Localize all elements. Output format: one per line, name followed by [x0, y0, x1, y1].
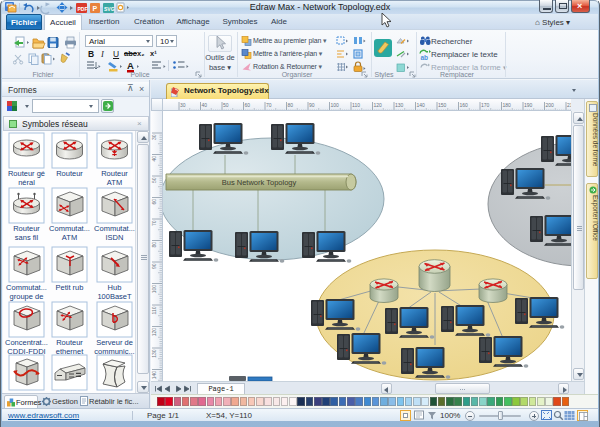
svg-text:Routeur gé: Routeur gé: [8, 169, 45, 178]
svg-text:50: 50: [151, 177, 157, 183]
svg-text:150: 150: [438, 102, 447, 108]
svg-text:210: 210: [567, 102, 571, 108]
svg-text:Serveur de: Serveur de: [96, 338, 133, 347]
svg-text:120: 120: [151, 328, 157, 337]
svg-text:100: 100: [151, 285, 157, 294]
svg-text:170: 170: [481, 102, 490, 108]
svg-text:ATM: ATM: [62, 233, 77, 242]
svg-text:60: 60: [151, 199, 157, 205]
svg-text:sans fil: sans fil: [15, 233, 39, 242]
svg-text:Routeur: Routeur: [101, 169, 128, 178]
svg-text:Bus Network Topology: Bus Network Topology: [222, 178, 297, 187]
svg-text:200: 200: [546, 102, 555, 108]
svg-text:40: 40: [202, 102, 208, 108]
svg-text:A: A: [127, 60, 134, 71]
svg-text:ISDN: ISDN: [106, 233, 124, 242]
svg-text:30: 30: [151, 134, 157, 140]
svg-text:P: P: [93, 5, 98, 12]
svg-text:120: 120: [374, 102, 383, 108]
svg-text:190: 190: [524, 102, 533, 108]
svg-text:Routeur: Routeur: [13, 224, 40, 233]
svg-text:PDF: PDF: [78, 6, 88, 12]
svg-text:70: 70: [151, 220, 157, 226]
svg-text:70: 70: [266, 102, 272, 108]
svg-text:Commutat...: Commutat...: [6, 283, 47, 292]
svg-text:130: 130: [151, 349, 157, 358]
svg-text:80: 80: [151, 242, 157, 248]
svg-text:80: 80: [288, 102, 294, 108]
svg-text:SVG: SVG: [104, 6, 115, 12]
svg-text:40: 40: [151, 156, 157, 162]
svg-text:100BaseT: 100BaseT: [97, 292, 132, 301]
svg-text:ATM: ATM: [107, 178, 122, 187]
svg-text:Hub: Hub: [108, 283, 122, 292]
svg-text:60: 60: [245, 102, 251, 108]
svg-text:140: 140: [417, 102, 426, 108]
svg-text:90: 90: [151, 263, 157, 269]
svg-text:110: 110: [151, 306, 157, 314]
svg-text:ab: ab: [421, 54, 429, 61]
svg-text:Routeur: Routeur: [56, 338, 83, 347]
svg-text:Commutat...: Commutat...: [94, 224, 135, 233]
svg-text:50: 50: [223, 102, 229, 108]
svg-text:180: 180: [503, 102, 512, 108]
svg-text:100: 100: [331, 102, 340, 108]
svg-text:ethernet: ethernet: [56, 347, 84, 356]
svg-text:140: 140: [151, 371, 157, 380]
svg-text:communic...: communic...: [94, 347, 134, 356]
svg-text:110: 110: [352, 102, 360, 108]
svg-text:groupe de: groupe de: [10, 292, 44, 301]
svg-text:néral: néral: [18, 178, 35, 187]
svg-text:30: 30: [180, 102, 186, 108]
svg-text:160: 160: [460, 102, 469, 108]
svg-text:Petit rub: Petit rub: [56, 283, 84, 292]
svg-text:CDDI-FDDI: CDDI-FDDI: [7, 347, 45, 356]
svg-text:Routeur: Routeur: [56, 169, 83, 178]
svg-text:Commutat...: Commutat...: [49, 224, 90, 233]
svg-text:Concentrat...: Concentrat...: [5, 338, 48, 347]
svg-text:90: 90: [309, 102, 315, 108]
svg-text:130: 130: [395, 102, 404, 108]
